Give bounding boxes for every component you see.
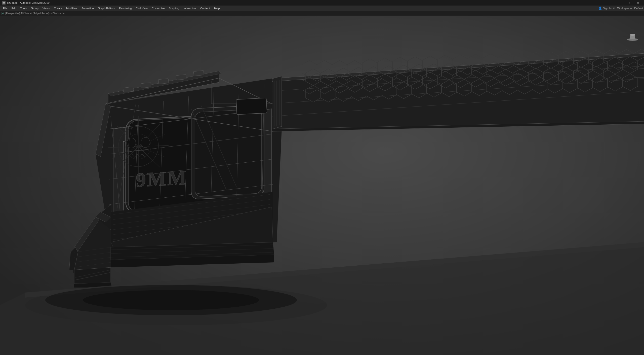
viewport-info-bar: [+] [Perspective] [DX Mode] [Edged Faces… <box>0 11 644 16</box>
svg-point-25 <box>141 137 150 148</box>
title-bar-left: 3M oz9.max - Autodesk 3ds Max 2019 <box>2 1 50 5</box>
svg-rect-15 <box>195 109 262 197</box>
menu-bar: File Edit Tools Group Views Create Modif… <box>0 6 644 11</box>
menu-tools[interactable]: Tools <box>18 6 29 11</box>
menu-create[interactable]: Create <box>52 6 64 11</box>
app-icon: 3M <box>2 1 6 5</box>
menu-graph-editors[interactable]: Graph Editors <box>96 6 117 11</box>
workspaces-value[interactable]: Default <box>634 7 643 10</box>
disabled-label: <<Disabled>> <box>50 12 65 15</box>
close-button[interactable]: ✕ <box>634 0 642 6</box>
workspaces-label: Workspaces: <box>617 7 633 10</box>
svg-text:9MM: 9MM <box>136 166 188 191</box>
svg-rect-7 <box>123 87 134 92</box>
svg-rect-11 <box>193 70 204 76</box>
workspaces-area: Workspaces: Default <box>617 7 643 10</box>
sign-in-dropdown-icon[interactable]: ▼ <box>613 7 615 10</box>
sign-in-label[interactable]: Sign In <box>603 7 612 10</box>
dx-mode-label[interactable]: [DX Mode] <box>20 12 32 15</box>
svg-rect-9 <box>158 79 169 84</box>
menu-group[interactable]: Group <box>29 6 41 11</box>
menu-edit[interactable]: Edit <box>10 6 18 11</box>
menu-scripting[interactable]: Scripting <box>167 6 182 11</box>
maximize-button[interactable]: □ <box>625 0 633 6</box>
title-bar: 3M oz9.max - Autodesk 3ds Max 2019 — □ ✕ <box>0 0 644 6</box>
nav-indicator: [+] <box>2 12 4 15</box>
viewport[interactable]: 9MM <box>0 16 644 355</box>
avatar-hat-icon[interactable] <box>626 31 639 41</box>
minimize-button[interactable]: — <box>617 0 625 6</box>
person-icon: 👤 <box>598 7 602 10</box>
menu-help[interactable]: Help <box>212 6 222 11</box>
title-text: oz9.max - Autodesk 3ds Max 2019 <box>7 1 50 4</box>
menu-right-area: 👤 Sign In ▼ Workspaces: Default <box>598 7 643 10</box>
menu-modifiers[interactable]: Modifiers <box>64 6 79 11</box>
perspective-label[interactable]: [Perspective] <box>5 12 20 15</box>
svg-text:3M: 3M <box>3 2 5 4</box>
menu-interactive[interactable]: Interactive <box>182 6 198 11</box>
menu-civil-view[interactable]: Civil View <box>134 6 149 11</box>
title-bar-controls[interactable]: — □ ✕ <box>617 0 642 6</box>
menu-rendering[interactable]: Rendering <box>117 6 134 11</box>
svg-rect-10 <box>176 75 186 80</box>
svg-point-4 <box>630 34 635 36</box>
menu-animation[interactable]: Animation <box>79 6 96 11</box>
menu-customize[interactable]: Customize <box>150 6 167 11</box>
edged-faces-label[interactable]: [Edged Faces] <box>33 12 49 15</box>
sign-in-area[interactable]: 👤 Sign In ▼ <box>598 7 615 10</box>
menu-file[interactable]: File <box>1 6 10 11</box>
menu-content[interactable]: Content <box>198 6 212 11</box>
menu-views[interactable]: Views <box>41 6 52 11</box>
svg-rect-47 <box>236 98 267 115</box>
svg-point-162 <box>83 290 259 310</box>
svg-rect-8 <box>141 83 151 88</box>
3d-scene-svg: 9MM <box>0 16 644 355</box>
